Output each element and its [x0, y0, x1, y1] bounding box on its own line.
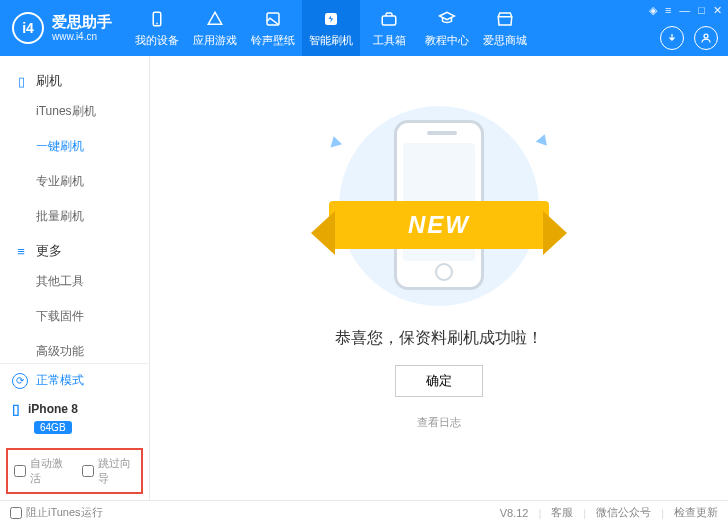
brand-name: 爱思助手 [52, 13, 112, 31]
nav-store[interactable]: 爱思商城 [476, 0, 534, 56]
skip-guide-checkbox[interactable]: 跳过向导 [82, 456, 136, 486]
store-icon [495, 9, 515, 29]
view-log-link[interactable]: 查看日志 [417, 415, 461, 430]
sidebar-item-other-tools[interactable]: 其他工具 [0, 264, 149, 299]
nav-label: 教程中心 [425, 33, 469, 48]
sidebar-item-oneclick-flash[interactable]: 一键刷机 [0, 129, 149, 164]
section-label: 更多 [36, 242, 62, 260]
device-icon [147, 9, 167, 29]
success-illustration: NEW [309, 106, 569, 306]
flash-icon [321, 9, 341, 29]
device-mode-status[interactable]: ⟳ 正常模式 [0, 364, 149, 397]
success-message: 恭喜您，保资料刷机成功啦！ [335, 328, 543, 349]
nav-label: 我的设备 [135, 33, 179, 48]
sidebar-item-download-firmware[interactable]: 下载固件 [0, 299, 149, 334]
check-update-link[interactable]: 检查更新 [674, 505, 718, 520]
apps-icon [205, 9, 225, 29]
sidebar-section-flash: ▯ 刷机 [0, 64, 149, 94]
nav-label: 铃声壁纸 [251, 33, 295, 48]
confirm-button[interactable]: 确定 [395, 365, 483, 397]
sidebar-item-itunes-flash[interactable]: iTunes刷机 [0, 94, 149, 129]
brand-url: www.i4.cn [52, 31, 112, 43]
wallpaper-icon [263, 9, 283, 29]
checkbox-label: 阻止iTunes运行 [26, 505, 103, 520]
svg-point-5 [704, 34, 708, 38]
nav-toolbox[interactable]: 工具箱 [360, 0, 418, 56]
nav-label: 应用游戏 [193, 33, 237, 48]
phone-icon: ▯ [14, 74, 28, 89]
app-logo: i4 爱思助手 www.i4.cn [0, 12, 124, 44]
download-button[interactable] [660, 26, 684, 50]
storage-badge: 64GB [34, 421, 72, 434]
checkbox-label: 跳过向导 [98, 456, 136, 486]
svg-rect-4 [382, 16, 396, 25]
skin-icon[interactable]: ◈ [649, 4, 657, 17]
sidebar-section-more: ≡ 更多 [0, 234, 149, 264]
minimize-icon[interactable]: — [679, 4, 690, 17]
device-info[interactable]: ▯ iPhone 8 64GB [0, 397, 149, 444]
refresh-icon: ⟳ [12, 373, 28, 389]
more-icon: ≡ [14, 244, 28, 259]
new-ribbon: NEW [329, 201, 549, 249]
nav-my-device[interactable]: 我的设备 [128, 0, 186, 56]
sidebar-item-batch-flash[interactable]: 批量刷机 [0, 199, 149, 234]
nav-label: 智能刷机 [309, 33, 353, 48]
nav-label: 爱思商城 [483, 33, 527, 48]
auto-activate-checkbox[interactable]: 自动激活 [14, 456, 68, 486]
toolbox-icon [379, 9, 399, 29]
nav-label: 工具箱 [373, 33, 406, 48]
nav-flash[interactable]: 智能刷机 [302, 0, 360, 56]
support-link[interactable]: 客服 [551, 505, 573, 520]
logo-icon: i4 [12, 12, 44, 44]
menu-icon[interactable]: ≡ [665, 4, 671, 17]
maximize-icon[interactable]: □ [698, 4, 705, 17]
block-itunes-checkbox[interactable]: 阻止iTunes运行 [10, 505, 103, 520]
tutorial-icon [437, 9, 457, 29]
section-label: 刷机 [36, 72, 62, 90]
nav-apps[interactable]: 应用游戏 [186, 0, 244, 56]
version-text: V8.12 [500, 507, 529, 519]
sidebar-item-pro-flash[interactable]: 专业刷机 [0, 164, 149, 199]
phone-icon: ▯ [12, 401, 20, 417]
nav-ringtones[interactable]: 铃声壁纸 [244, 0, 302, 56]
checkbox-label: 自动激活 [30, 456, 68, 486]
sidebar-item-advanced[interactable]: 高级功能 [0, 334, 149, 363]
close-icon[interactable]: ✕ [713, 4, 722, 17]
status-text: 正常模式 [36, 372, 84, 389]
highlighted-options: 自动激活 跳过向导 [6, 448, 143, 494]
wechat-link[interactable]: 微信公众号 [596, 505, 651, 520]
user-button[interactable] [694, 26, 718, 50]
nav-tutorials[interactable]: 教程中心 [418, 0, 476, 56]
device-name: iPhone 8 [28, 402, 78, 416]
